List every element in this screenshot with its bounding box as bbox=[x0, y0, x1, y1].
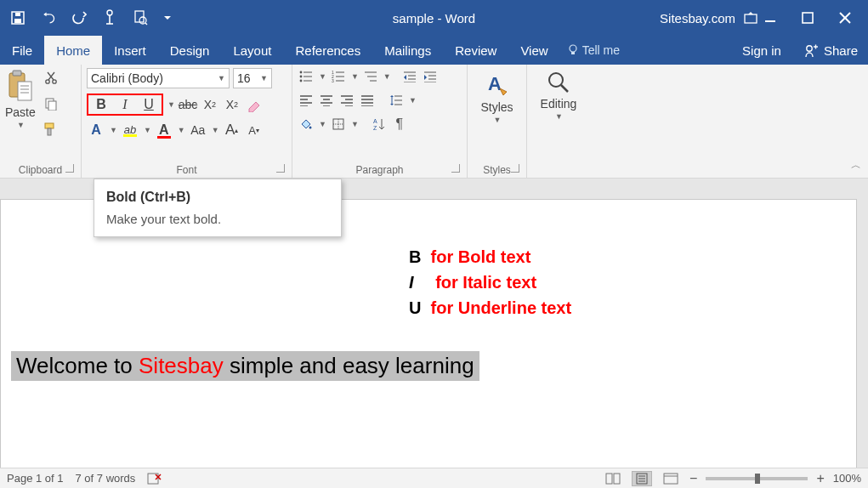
change-case-button[interactable]: Aa bbox=[189, 121, 207, 139]
styles-dropdown-icon[interactable]: ▼ bbox=[494, 116, 502, 124]
tab-design[interactable]: Design bbox=[158, 36, 222, 65]
maximize-icon[interactable] bbox=[800, 10, 815, 26]
tab-home[interactable]: Home bbox=[44, 36, 102, 65]
find-icon[interactable] bbox=[546, 70, 571, 95]
change-case-dropdown-icon[interactable]: ▼ bbox=[212, 126, 219, 134]
line-spacing-button[interactable] bbox=[388, 92, 405, 109]
zoom-in-button[interactable]: + bbox=[816, 471, 824, 486]
print-preview-icon[interactable] bbox=[133, 10, 148, 26]
format-painter-icon[interactable] bbox=[43, 121, 60, 138]
paste-icon[interactable] bbox=[6, 68, 35, 104]
paragraph-launcher-icon[interactable] bbox=[451, 164, 460, 173]
tab-view[interactable]: View bbox=[508, 36, 559, 65]
font-name-combo[interactable]: Calibri (Body)▼ bbox=[87, 68, 230, 88]
zoom-out-button[interactable]: − bbox=[689, 471, 697, 486]
ribbon-display-options-icon[interactable] bbox=[744, 12, 757, 24]
tab-insert[interactable]: Insert bbox=[102, 36, 158, 65]
legend-b-desc: for Bold text bbox=[431, 247, 531, 266]
sort-button[interactable]: AZ bbox=[371, 116, 388, 133]
multilevel-dropdown-icon[interactable]: ▼ bbox=[383, 72, 391, 81]
numbering-dropdown-icon[interactable]: ▼ bbox=[351, 72, 359, 81]
save-icon[interactable] bbox=[10, 10, 26, 26]
highlight-dropdown-icon[interactable]: ▼ bbox=[144, 126, 151, 134]
print-layout-button[interactable] bbox=[632, 471, 652, 486]
tab-layout[interactable]: Layout bbox=[221, 36, 283, 65]
paste-dropdown-icon[interactable]: ▼ bbox=[17, 121, 25, 129]
cut-icon[interactable] bbox=[43, 70, 60, 87]
read-mode-button[interactable] bbox=[603, 471, 623, 486]
decrease-indent-button[interactable] bbox=[401, 68, 418, 85]
touch-mode-icon[interactable] bbox=[102, 10, 117, 26]
svg-text:A: A bbox=[488, 73, 502, 94]
clipboard-launcher-icon[interactable] bbox=[65, 164, 74, 173]
subscript-button[interactable]: X2 bbox=[201, 95, 219, 114]
align-center-button[interactable] bbox=[318, 92, 335, 109]
collapse-ribbon-icon[interactable]: ︿ bbox=[851, 158, 861, 173]
zoom-slider[interactable] bbox=[706, 477, 808, 480]
text-effects-button[interactable]: A bbox=[87, 121, 105, 139]
line-spacing-dropdown-icon[interactable]: ▼ bbox=[409, 96, 417, 105]
styles-launcher-icon[interactable] bbox=[511, 164, 519, 173]
qat-dropdown-icon[interactable] bbox=[163, 10, 172, 26]
tab-review[interactable]: Review bbox=[443, 36, 508, 65]
tab-references[interactable]: References bbox=[283, 36, 372, 65]
font-size-combo[interactable]: 16▼ bbox=[233, 68, 272, 88]
share-label: Share bbox=[824, 43, 858, 58]
shrink-font-button[interactable]: A▾ bbox=[245, 121, 264, 139]
highlight-button[interactable]: ab bbox=[121, 121, 139, 139]
tab-file[interactable]: File bbox=[0, 36, 44, 65]
borders-dropdown-icon[interactable]: ▼ bbox=[351, 120, 359, 128]
tooltip-title: Bold (Ctrl+B) bbox=[106, 190, 329, 205]
bullets-dropdown-icon[interactable]: ▼ bbox=[319, 72, 326, 81]
proofing-icon[interactable] bbox=[147, 473, 162, 485]
paste-label[interactable]: Paste bbox=[5, 105, 36, 119]
multilevel-list-button[interactable] bbox=[362, 68, 379, 85]
numbering-button[interactable]: 123 bbox=[330, 68, 347, 85]
zoom-level[interactable]: 100% bbox=[833, 472, 861, 485]
shading-button[interactable] bbox=[298, 116, 315, 133]
bold-button[interactable]: B bbox=[92, 95, 111, 114]
grow-font-button[interactable]: A▴ bbox=[223, 121, 241, 139]
underline-dropdown-icon[interactable]: ▼ bbox=[167, 100, 175, 109]
styles-icon[interactable]: A bbox=[483, 70, 512, 99]
share-button[interactable]: Share bbox=[793, 36, 868, 65]
italic-button[interactable]: I bbox=[116, 95, 134, 114]
text-effects-dropdown-icon[interactable]: ▼ bbox=[110, 126, 117, 134]
borders-button[interactable] bbox=[330, 116, 347, 133]
status-words[interactable]: 7 of 7 words bbox=[76, 472, 136, 485]
underline-button[interactable]: U bbox=[139, 95, 158, 114]
lightbulb-icon bbox=[567, 44, 579, 56]
clear-formatting-icon[interactable] bbox=[245, 95, 264, 114]
line-post: simple and easy learning bbox=[224, 353, 474, 378]
increase-indent-button[interactable] bbox=[422, 68, 439, 85]
show-hide-button[interactable]: ¶ bbox=[391, 116, 408, 133]
tell-me[interactable]: Tell me bbox=[560, 36, 627, 65]
svg-text:A: A bbox=[373, 118, 377, 124]
font-color-button[interactable]: A bbox=[155, 121, 173, 139]
svg-rect-85 bbox=[606, 474, 612, 484]
justify-button[interactable] bbox=[359, 92, 376, 109]
page[interactable]: B for Bold text I for Italic text U for … bbox=[0, 199, 857, 468]
align-left-button[interactable] bbox=[298, 92, 315, 109]
font-color-dropdown-icon[interactable]: ▼ bbox=[178, 126, 185, 134]
styles-label[interactable]: Styles bbox=[480, 100, 513, 114]
web-layout-button[interactable] bbox=[661, 471, 681, 486]
strikethrough-button[interactable]: abc bbox=[179, 95, 197, 114]
bullets-button[interactable] bbox=[298, 68, 315, 85]
selected-text[interactable]: Welcome to Sitesbay simple and easy lear… bbox=[11, 351, 479, 381]
align-right-button[interactable] bbox=[338, 92, 355, 109]
sign-in[interactable]: Sign in bbox=[730, 36, 793, 65]
editing-label[interactable]: Editing bbox=[541, 97, 577, 111]
undo-icon[interactable] bbox=[41, 10, 56, 26]
superscript-button[interactable]: X2 bbox=[223, 95, 241, 114]
minimize-icon[interactable] bbox=[763, 10, 778, 26]
font-launcher-icon[interactable] bbox=[276, 164, 285, 173]
line-highlight: Sitesbay bbox=[139, 353, 224, 378]
editing-dropdown-icon[interactable]: ▼ bbox=[555, 112, 563, 121]
status-page[interactable]: Page 1 of 1 bbox=[7, 472, 64, 485]
copy-icon[interactable] bbox=[43, 95, 60, 112]
tab-mailings[interactable]: Mailings bbox=[372, 36, 443, 65]
shading-dropdown-icon[interactable]: ▼ bbox=[319, 120, 326, 128]
redo-icon[interactable] bbox=[71, 10, 87, 26]
close-icon[interactable] bbox=[837, 10, 853, 26]
